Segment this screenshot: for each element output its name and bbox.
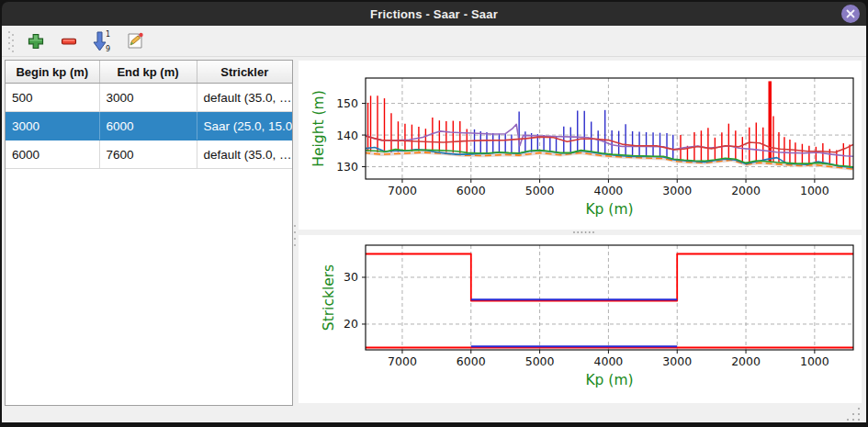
svg-text:3000: 3000 xyxy=(662,354,692,368)
window-title: Frictions - Saar - Saar xyxy=(370,7,498,21)
svg-text:1000: 1000 xyxy=(800,184,829,197)
plus-icon xyxy=(27,32,45,51)
table-cell[interactable]: 500 xyxy=(6,84,99,112)
toolbar-drag-handle[interactable] xyxy=(7,29,15,53)
minus-icon xyxy=(60,32,78,51)
y-axis-label: Stricklers xyxy=(321,264,337,331)
table-header: Begin kp (m)End kp (m)Strickler xyxy=(6,61,292,84)
svg-text:20: 20 xyxy=(344,317,358,331)
edit-friction-button[interactable] xyxy=(123,29,147,53)
add-row-button[interactable] xyxy=(24,29,48,53)
svg-text:130: 130 xyxy=(336,160,358,174)
table-cell[interactable]: 7600 xyxy=(99,140,197,169)
close-icon xyxy=(845,8,856,19)
svg-text:2000: 2000 xyxy=(731,354,761,368)
svg-text:6000: 6000 xyxy=(457,184,486,197)
edit-icon xyxy=(125,31,145,51)
sort-last-label: 9 xyxy=(106,45,110,52)
titlebar[interactable]: Frictions - Saar - Saar xyxy=(2,2,866,26)
svg-text:140: 140 xyxy=(336,129,358,142)
svg-text:30: 30 xyxy=(344,270,358,284)
svg-text:7000: 7000 xyxy=(388,184,417,197)
table-row[interactable]: 60007600default (35.0, … xyxy=(6,140,292,169)
svg-text:2000: 2000 xyxy=(731,184,761,197)
svg-text:3000: 3000 xyxy=(662,184,692,197)
table-row[interactable]: 30006000Saar (25.0, 15.0) xyxy=(6,112,292,140)
svg-text:7000: 7000 xyxy=(388,354,417,368)
svg-text:1000: 1000 xyxy=(800,354,829,368)
table-cell[interactable]: 3000 xyxy=(6,112,99,140)
remove-row-button[interactable] xyxy=(57,29,81,53)
column-header[interactable]: Begin kp (m) xyxy=(6,61,99,84)
x-axis-label: Kp (m) xyxy=(585,201,633,218)
table-cell[interactable]: default (35.0, … xyxy=(197,84,292,112)
table-cell[interactable]: default (35.0, … xyxy=(197,140,292,169)
svg-text:4000: 4000 xyxy=(594,354,624,368)
y-axis-label: Height (m) xyxy=(310,90,327,166)
column-header[interactable]: Strickler xyxy=(197,61,292,84)
window: Frictions - Saar - Saar xyxy=(0,0,868,427)
table-row[interactable]: 5003000default (35.0, … xyxy=(6,84,292,112)
resize-grip[interactable] xyxy=(845,406,862,421)
table-cell[interactable]: Saar (25.0, 15.0) xyxy=(197,112,292,140)
sort-button[interactable]: 1 9 xyxy=(90,29,114,53)
sort-1-9-icon: 1 9 xyxy=(92,30,112,52)
svg-text:4000: 4000 xyxy=(594,184,624,197)
svg-text:5000: 5000 xyxy=(525,354,555,368)
table-cell[interactable]: 6000 xyxy=(99,112,197,140)
close-button[interactable] xyxy=(841,5,860,23)
sort-first-label: 1 xyxy=(106,30,110,39)
x-axis-label: Kp (m) xyxy=(585,372,633,388)
frictions-table: Begin kp (m)End kp (m)Strickler 5003000d… xyxy=(5,60,293,406)
table-cell[interactable]: 3000 xyxy=(99,84,197,112)
frictions-data-table: Begin kp (m)End kp (m)Strickler 5003000d… xyxy=(6,61,292,169)
svg-text:6000: 6000 xyxy=(457,354,486,368)
charts-figure: 7000600050004000300020001000130140150Kp … xyxy=(297,58,864,406)
window-content: 1 9 Begin kp (m)End kp (m)Strickler 5003… xyxy=(2,26,866,422)
svg-text:5000: 5000 xyxy=(525,184,555,197)
column-header[interactable]: End kp (m) xyxy=(99,61,197,84)
svg-text:150: 150 xyxy=(336,96,358,110)
table-cell[interactable]: 6000 xyxy=(6,140,99,169)
charts-panel: 7000600050004000300020001000130140150Kp … xyxy=(297,58,864,406)
toolbar: 1 9 xyxy=(2,26,866,57)
